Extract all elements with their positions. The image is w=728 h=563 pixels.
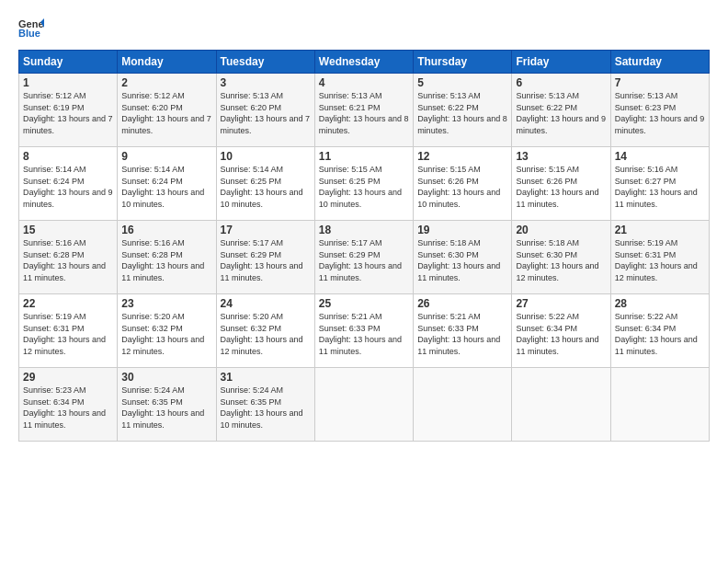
day-number: 4: [319, 76, 409, 89]
day-number: 8: [23, 150, 113, 163]
calendar-cell: 5Sunrise: 5:13 AMSunset: 6:22 PMDaylight…: [414, 74, 512, 147]
calendar-cell: 27Sunrise: 5:22 AMSunset: 6:34 PMDayligh…: [512, 294, 610, 368]
day-info: Sunrise: 5:19 AMSunset: 6:31 PMDaylight:…: [23, 312, 106, 356]
day-number: 31: [221, 371, 311, 384]
day-info: Sunrise: 5:16 AMSunset: 6:27 PMDaylight:…: [615, 165, 698, 209]
calendar-table: SundayMondayTuesdayWednesdayThursdayFrid…: [18, 50, 710, 442]
day-number: 3: [221, 76, 311, 89]
week-row-3: 15Sunrise: 5:16 AMSunset: 6:28 PMDayligh…: [19, 221, 710, 294]
day-info: Sunrise: 5:22 AMSunset: 6:34 PMDaylight:…: [516, 312, 598, 356]
day-info: Sunrise: 5:13 AMSunset: 6:20 PMDaylight:…: [221, 91, 311, 135]
day-number: 16: [121, 224, 211, 236]
day-info: Sunrise: 5:21 AMSunset: 6:33 PMDaylight:…: [319, 312, 402, 356]
calendar-cell: 10Sunrise: 5:14 AMSunset: 6:25 PMDayligh…: [216, 147, 314, 221]
day-info: Sunrise: 5:15 AMSunset: 6:26 PMDaylight:…: [516, 165, 598, 209]
calendar-cell: 21Sunrise: 5:19 AMSunset: 6:31 PMDayligh…: [610, 221, 709, 294]
calendar-cell: [610, 368, 709, 442]
day-info: Sunrise: 5:18 AMSunset: 6:30 PMDaylight:…: [417, 238, 500, 282]
weekday-header-monday: Monday: [118, 51, 216, 74]
calendar-cell: 9Sunrise: 5:14 AMSunset: 6:24 PMDaylight…: [118, 147, 216, 221]
day-number: 24: [221, 297, 311, 310]
logo: General Blue: [18, 15, 48, 40]
day-info: Sunrise: 5:13 AMSunset: 6:21 PMDaylight:…: [319, 91, 409, 135]
day-number: 2: [121, 76, 211, 89]
day-number: 17: [221, 224, 311, 236]
day-number: 7: [615, 76, 705, 89]
calendar-cell: 19Sunrise: 5:18 AMSunset: 6:30 PMDayligh…: [414, 221, 512, 294]
day-info: Sunrise: 5:24 AMSunset: 6:35 PMDaylight:…: [221, 385, 303, 430]
calendar-cell: 15Sunrise: 5:16 AMSunset: 6:28 PMDayligh…: [19, 221, 118, 294]
calendar-cell: 24Sunrise: 5:20 AMSunset: 6:32 PMDayligh…: [216, 294, 314, 368]
day-info: Sunrise: 5:16 AMSunset: 6:28 PMDaylight:…: [23, 238, 106, 282]
day-number: 22: [23, 297, 113, 310]
weekday-header-saturday: Saturday: [610, 51, 709, 74]
day-number: 13: [516, 150, 606, 163]
calendar-cell: 13Sunrise: 5:15 AMSunset: 6:26 PMDayligh…: [512, 147, 610, 221]
day-info: Sunrise: 5:12 AMSunset: 6:19 PMDaylight:…: [23, 91, 113, 135]
day-info: Sunrise: 5:24 AMSunset: 6:35 PMDaylight:…: [121, 385, 204, 430]
weekday-header-row: SundayMondayTuesdayWednesdayThursdayFrid…: [19, 51, 710, 74]
calendar-cell: 18Sunrise: 5:17 AMSunset: 6:29 PMDayligh…: [314, 221, 413, 294]
calendar-cell: [414, 368, 512, 442]
day-number: 5: [417, 76, 507, 89]
weekday-header-sunday: Sunday: [19, 51, 118, 74]
week-row-5: 29Sunrise: 5:23 AMSunset: 6:34 PMDayligh…: [19, 368, 710, 442]
calendar-cell: [512, 368, 610, 442]
calendar-cell: 28Sunrise: 5:22 AMSunset: 6:34 PMDayligh…: [610, 294, 709, 368]
day-info: Sunrise: 5:21 AMSunset: 6:33 PMDaylight:…: [417, 312, 500, 356]
calendar-cell: 26Sunrise: 5:21 AMSunset: 6:33 PMDayligh…: [414, 294, 512, 368]
day-number: 27: [516, 297, 606, 310]
day-info: Sunrise: 5:14 AMSunset: 6:24 PMDaylight:…: [121, 165, 204, 209]
day-number: 26: [417, 297, 507, 310]
day-info: Sunrise: 5:15 AMSunset: 6:25 PMDaylight:…: [319, 165, 402, 209]
calendar-cell: 4Sunrise: 5:13 AMSunset: 6:21 PMDaylight…: [314, 74, 413, 147]
day-number: 11: [319, 150, 409, 163]
day-number: 25: [319, 297, 409, 310]
calendar-cell: 31Sunrise: 5:24 AMSunset: 6:35 PMDayligh…: [216, 368, 314, 442]
day-info: Sunrise: 5:12 AMSunset: 6:20 PMDaylight:…: [121, 91, 211, 135]
calendar-cell: 16Sunrise: 5:16 AMSunset: 6:28 PMDayligh…: [118, 221, 216, 294]
week-row-4: 22Sunrise: 5:19 AMSunset: 6:31 PMDayligh…: [19, 294, 710, 368]
calendar-cell: 25Sunrise: 5:21 AMSunset: 6:33 PMDayligh…: [314, 294, 413, 368]
svg-text:Blue: Blue: [18, 28, 40, 39]
day-number: 15: [23, 224, 113, 236]
day-number: 20: [516, 224, 606, 236]
day-info: Sunrise: 5:13 AMSunset: 6:23 PMDaylight:…: [615, 91, 705, 135]
calendar-cell: 6Sunrise: 5:13 AMSunset: 6:22 PMDaylight…: [512, 74, 610, 147]
weekday-header-friday: Friday: [512, 51, 610, 74]
day-info: Sunrise: 5:13 AMSunset: 6:22 PMDaylight:…: [417, 91, 507, 135]
day-number: 12: [417, 150, 507, 163]
day-info: Sunrise: 5:14 AMSunset: 6:25 PMDaylight:…: [221, 165, 303, 209]
calendar-cell: 29Sunrise: 5:23 AMSunset: 6:34 PMDayligh…: [19, 368, 118, 442]
day-info: Sunrise: 5:18 AMSunset: 6:30 PMDaylight:…: [516, 238, 598, 282]
day-number: 19: [417, 224, 507, 236]
calendar-cell: 12Sunrise: 5:15 AMSunset: 6:26 PMDayligh…: [414, 147, 512, 221]
day-info: Sunrise: 5:15 AMSunset: 6:26 PMDaylight:…: [417, 165, 500, 209]
weekday-header-wednesday: Wednesday: [314, 51, 413, 74]
day-info: Sunrise: 5:16 AMSunset: 6:28 PMDaylight:…: [121, 238, 204, 282]
day-number: 23: [121, 297, 211, 310]
calendar-cell: 7Sunrise: 5:13 AMSunset: 6:23 PMDaylight…: [610, 74, 709, 147]
calendar-cell: 30Sunrise: 5:24 AMSunset: 6:35 PMDayligh…: [118, 368, 216, 442]
weekday-header-tuesday: Tuesday: [216, 51, 314, 74]
week-row-2: 8Sunrise: 5:14 AMSunset: 6:24 PMDaylight…: [19, 147, 710, 221]
day-number: 9: [121, 150, 211, 163]
day-number: 29: [23, 371, 113, 384]
day-info: Sunrise: 5:19 AMSunset: 6:31 PMDaylight:…: [615, 238, 698, 282]
day-info: Sunrise: 5:13 AMSunset: 6:22 PMDaylight:…: [516, 91, 606, 135]
day-info: Sunrise: 5:20 AMSunset: 6:32 PMDaylight:…: [121, 312, 204, 356]
calendar-cell: 20Sunrise: 5:18 AMSunset: 6:30 PMDayligh…: [512, 221, 610, 294]
calendar-cell: 17Sunrise: 5:17 AMSunset: 6:29 PMDayligh…: [216, 221, 314, 294]
week-row-1: 1Sunrise: 5:12 AMSunset: 6:19 PMDaylight…: [19, 74, 710, 147]
day-number: 30: [121, 371, 211, 384]
day-info: Sunrise: 5:23 AMSunset: 6:34 PMDaylight:…: [23, 385, 106, 430]
day-number: 14: [615, 150, 705, 163]
logo-icon: General Blue: [18, 15, 44, 40]
calendar-cell: 22Sunrise: 5:19 AMSunset: 6:31 PMDayligh…: [19, 294, 118, 368]
calendar-cell: [314, 368, 413, 442]
day-number: 18: [319, 224, 409, 236]
calendar-cell: 1Sunrise: 5:12 AMSunset: 6:19 PMDaylight…: [19, 74, 118, 147]
header: General Blue: [18, 15, 710, 40]
day-number: 28: [615, 297, 705, 310]
calendar-page: General Blue SundayMondayTuesdayWednesda…: [0, 0, 728, 563]
